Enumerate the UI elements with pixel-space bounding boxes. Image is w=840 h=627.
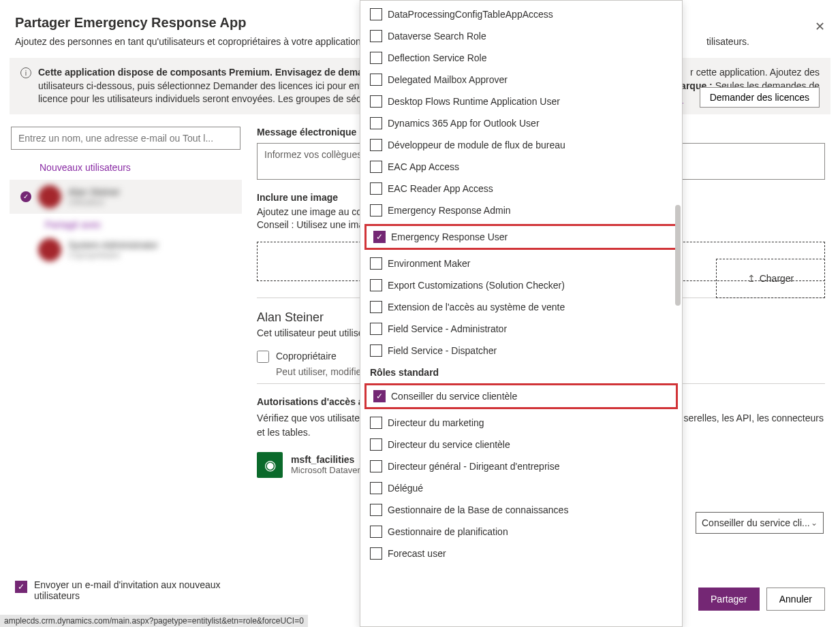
checkbox-icon [370, 139, 382, 151]
role-option[interactable]: Délégué [363, 477, 679, 499]
checkbox-icon [370, 161, 382, 173]
user-role-label: Copropriétaire [68, 251, 158, 260]
user-role-label: Utilisateur [68, 197, 120, 207]
role-option-label: Directeur du service clientèle [388, 439, 510, 450]
checkbox-icon [370, 257, 382, 270]
shared-with-label: Partagé avec [10, 214, 242, 233]
role-option-label: Export Customizations (Solution Checker) [388, 280, 565, 291]
checkbox-icon [370, 344, 382, 357]
checkbox-icon [370, 438, 382, 451]
roles-dropdown: DataProcessingConfigTableAppAccessDatave… [360, 0, 683, 627]
role-option-label: Directeur général - Dirigeant d'entrepri… [388, 461, 559, 472]
checkbox-icon [370, 74, 382, 86]
role-option[interactable]: Gestionnaire de la Base de connaissances [363, 499, 679, 521]
upload-image-button[interactable]: ↥ Charger [716, 259, 825, 298]
role-option[interactable]: Delegated Mailbox Approver [363, 69, 679, 91]
role-option[interactable]: Desktop Flows Runtime Application User [363, 91, 679, 112]
request-licenses-button[interactable]: Demander des licences [700, 87, 820, 108]
coowner-label: Copropriétaire [276, 349, 364, 364]
role-option[interactable]: Environment Maker [363, 253, 679, 274]
close-icon[interactable]: ✕ [815, 19, 825, 34]
check-icon: ✓ [20, 191, 31, 202]
checkbox-icon [370, 204, 382, 216]
role-option-label: Emergency Response Admin [388, 205, 511, 216]
role-option-label: Desktop Flows Runtime Application User [388, 96, 560, 107]
role-option[interactable]: Directeur du service clientèle [363, 434, 679, 455]
checkbox-icon [370, 460, 382, 472]
role-option[interactable]: ✓Conseiller du service clientèle [367, 385, 676, 407]
upload-icon: ↥ [747, 273, 756, 284]
user-name-label: System Administrator [68, 240, 158, 251]
coowner-checkbox[interactable] [257, 351, 269, 363]
role-option-label: Forecast user [388, 548, 446, 559]
role-option[interactable]: Dataverse Search Role [363, 25, 679, 47]
checkbox-icon [370, 526, 382, 538]
role-option[interactable]: Field Service - Administrator [363, 318, 679, 340]
role-option-label: Développeur de module de flux de bureau [388, 140, 565, 150]
avatar [38, 185, 61, 208]
checkbox-icon [370, 323, 382, 335]
role-option-label: EAC Reader App Access [388, 183, 493, 194]
checkbox-icon [370, 504, 382, 516]
role-option-label: Délégué [388, 483, 423, 494]
user-name-label: Alan Steiner [68, 187, 120, 197]
checkbox-icon [370, 279, 382, 291]
scrollbar-thumb[interactable] [675, 205, 681, 306]
share-button[interactable]: Partager [698, 588, 760, 611]
people-search-input[interactable] [11, 127, 240, 150]
cancel-button[interactable]: Annuler [766, 588, 825, 611]
checkbox-icon [370, 8, 382, 20]
app-name-label: msft_facilities [291, 454, 370, 465]
new-users-label: Nouveaux utilisateurs [10, 150, 242, 180]
role-option-label: Environment Maker [388, 258, 470, 269]
role-option-label: Directeur du marketing [388, 417, 484, 428]
checkbox-icon [370, 52, 382, 64]
role-option[interactable]: Deflection Service Role [363, 47, 679, 69]
info-icon: i [20, 67, 31, 78]
send-email-label: Envoyer un e-mail d'invitation aux nouve… [34, 579, 233, 601]
checkbox-icon [370, 30, 382, 42]
user-row[interactable]: System Administrator Copropriétaire [10, 233, 242, 267]
role-option[interactable]: Développeur de module de flux de bureau [363, 134, 679, 156]
app-subtitle: Microsoft Dataverse [291, 465, 370, 475]
checkbox-icon [370, 547, 382, 560]
role-option-label: Delegated Mailbox Approver [388, 74, 508, 85]
role-option[interactable]: ✓Emergency Response User [367, 226, 676, 248]
role-option[interactable]: DataProcessingConfigTableAppAccess [363, 3, 679, 25]
role-option-label: Gestionnaire de la Base de connaissances [388, 504, 568, 515]
role-option-label: Conseiller du service clientèle [391, 391, 517, 402]
role-option-label: Gestionnaire de planification [388, 526, 508, 537]
role-option-label: Dataverse Search Role [388, 31, 486, 42]
checkbox-icon [370, 417, 382, 429]
checkbox-icon: ✓ [373, 231, 386, 243]
role-option[interactable]: Extension de l'accès au système de vente [363, 296, 679, 318]
dataverse-icon: ◉ [257, 452, 283, 478]
role-option[interactable]: Emergency Response Admin [363, 199, 679, 221]
checkbox-icon [370, 482, 382, 494]
role-option[interactable]: EAC Reader App Access [363, 178, 679, 199]
checkbox-icon [370, 117, 382, 129]
role-option[interactable]: EAC App Access [363, 156, 679, 178]
status-bar-url: amplecds.crm.dynamics.com/main.aspx?page… [0, 615, 308, 627]
checkbox-icon [370, 95, 382, 108]
role-option[interactable]: Forecast user [363, 543, 679, 564]
role-option[interactable]: Export Customizations (Solution Checker) [363, 274, 679, 296]
role-option-label: DataProcessingConfigTableAppAccess [388, 9, 553, 20]
role-option[interactable]: Directeur général - Dirigeant d'entrepri… [363, 455, 679, 477]
role-option-label: Emergency Response User [391, 231, 508, 242]
role-option[interactable]: Dynamics 365 App for Outlook User [363, 112, 679, 134]
role-option-label: Deflection Service Role [388, 52, 487, 63]
role-option[interactable]: Field Service - Dispatcher [363, 340, 679, 361]
send-email-checkbox[interactable]: ✓ [15, 581, 27, 593]
role-option[interactable]: Directeur du marketing [363, 412, 679, 434]
role-option-label: Dynamics 365 App for Outlook User [388, 118, 540, 129]
security-role-select[interactable]: Conseiller du service cli... ⌄ [696, 512, 824, 534]
checkbox-icon: ✓ [373, 390, 386, 402]
role-option-label: EAC App Access [388, 161, 459, 172]
user-row[interactable]: ✓ Alan Steiner Utilisateur [10, 180, 242, 214]
avatar [38, 238, 61, 261]
role-option-label: Field Service - Administrator [388, 323, 507, 334]
chevron-down-icon: ⌄ [811, 518, 818, 528]
role-option[interactable]: Gestionnaire de planification [363, 521, 679, 543]
coowner-desc: Peut utiliser, modifier [276, 364, 364, 379]
